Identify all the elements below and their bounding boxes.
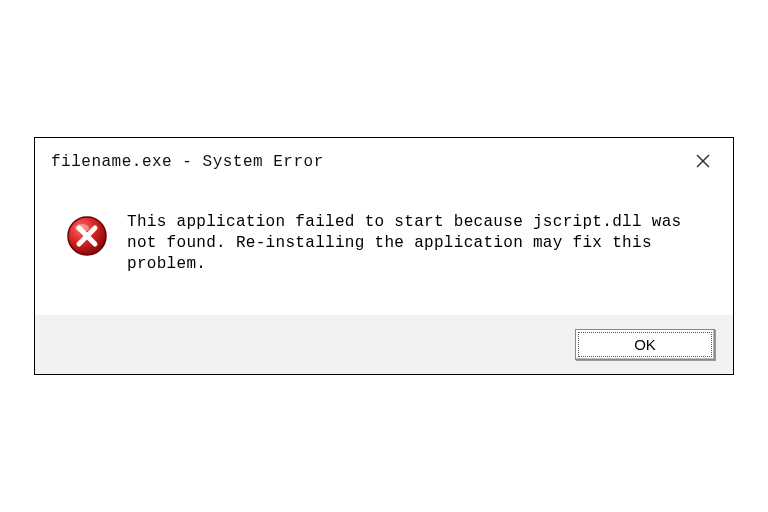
close-icon (695, 153, 711, 169)
error-message: This application failed to start because… (127, 212, 703, 274)
system-error-dialog: filename.exe - System Error (34, 137, 734, 374)
error-icon (65, 214, 109, 263)
dialog-body: This application failed to start because… (35, 182, 733, 314)
dialog-title: filename.exe - System Error (51, 153, 324, 171)
titlebar: filename.exe - System Error (35, 138, 733, 182)
ok-button[interactable]: OK (575, 329, 715, 360)
close-button[interactable] (689, 150, 717, 174)
dialog-footer: OK (35, 315, 733, 374)
